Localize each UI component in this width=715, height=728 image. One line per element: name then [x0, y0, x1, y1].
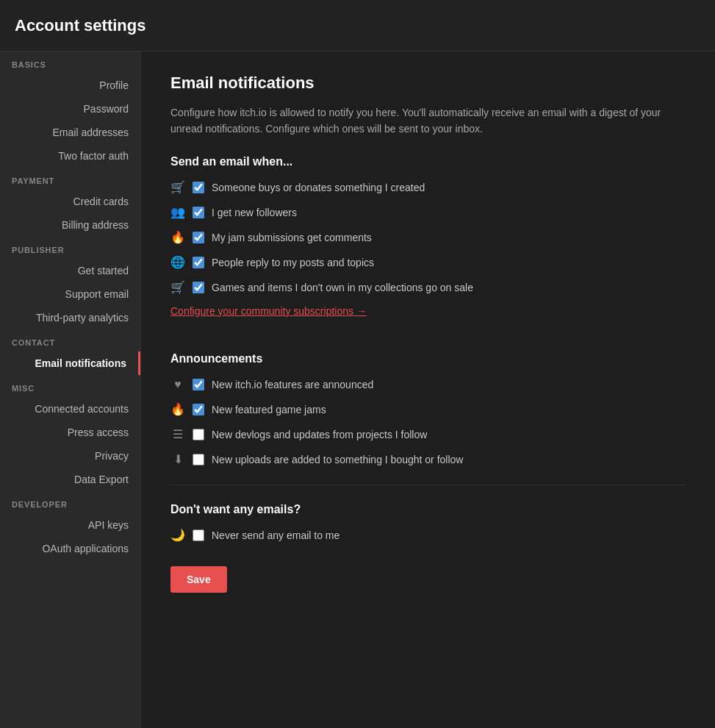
dont-want-list: 🌙Never send any email to me: [170, 528, 686, 543]
announcements-list: ♥New itch.io features are announced🔥New …: [170, 377, 686, 467]
save-button[interactable]: Save: [170, 566, 227, 593]
sidebar: BASICSProfilePasswordEmail addressesTwo …: [0, 51, 141, 728]
check-icon-new-uploads: ⬇: [170, 452, 185, 467]
check-label-replies: People reply to my posts and topics: [212, 257, 374, 268]
section-divider: [170, 485, 686, 485]
check-label-new-followers: I get new followers: [212, 207, 297, 218]
check-row-never-send: 🌙Never send any email to me: [170, 528, 686, 543]
check-row-new-features: ♥New itch.io features are announced: [170, 377, 686, 392]
sidebar-item-api-keys[interactable]: API keys: [0, 513, 140, 537]
page-description: Configure how itch.io is allowed to noti…: [170, 104, 685, 138]
sidebar-item-password[interactable]: Password: [0, 97, 140, 121]
sidebar-item-data-export[interactable]: Data Export: [0, 468, 140, 491]
check-icon-on-sale: 🛒: [170, 280, 185, 295]
check-icon-never-send: 🌙: [170, 528, 185, 543]
sidebar-item-get-started[interactable]: Get started: [0, 259, 140, 282]
checkbox-devlogs[interactable]: [193, 429, 204, 440]
checkbox-on-sale[interactable]: [193, 282, 204, 293]
send-when-list: 🛒Someone buys or donates something I cre…: [170, 180, 686, 295]
check-row-replies: 🌐People reply to my posts and topics: [170, 255, 686, 270]
sidebar-item-credit-cards[interactable]: Credit cards: [0, 190, 140, 213]
check-row-new-uploads: ⬇New uploads are added to something I bo…: [170, 452, 686, 467]
check-row-buys-donates: 🛒Someone buys or donates something I cre…: [170, 180, 686, 195]
check-icon-new-followers: 👥: [170, 205, 185, 220]
checkbox-new-followers[interactable]: [193, 207, 204, 218]
sidebar-item-email-notifications[interactable]: Email notifications: [0, 351, 140, 375]
check-icon-buys-donates: 🛒: [170, 180, 185, 195]
check-label-never-send: Never send any email to me: [212, 529, 339, 541]
sidebar-section-contact: CONTACT: [0, 329, 140, 351]
check-icon-featured-jams: 🔥: [170, 402, 185, 417]
check-icon-new-features: ♥: [170, 377, 185, 392]
check-label-new-features: New itch.io features are announced: [212, 379, 373, 390]
check-row-jam-comments: 🔥My jam submissions get comments: [170, 230, 686, 245]
checkbox-buys-donates[interactable]: [193, 182, 204, 193]
check-label-new-uploads: New uploads are added to something I bou…: [212, 454, 463, 465]
dont-want-title: Don't want any emails?: [170, 503, 686, 516]
check-icon-jam-comments: 🔥: [170, 230, 185, 245]
send-when-label: Send an email when...: [170, 155, 686, 168]
check-row-devlogs: ☰New devlogs and updates from projects I…: [170, 427, 686, 442]
check-icon-devlogs: ☰: [170, 427, 185, 442]
sidebar-item-support-email[interactable]: Support email: [0, 282, 140, 306]
check-label-on-sale: Games and items I don't own in my collec…: [212, 282, 473, 293]
announcements-title: Announcements: [170, 352, 686, 365]
page-title: Email notifications: [170, 74, 686, 93]
main-layout: BASICSProfilePasswordEmail addressesTwo …: [0, 51, 715, 728]
sidebar-item-profile[interactable]: Profile: [0, 74, 140, 97]
check-label-devlogs: New devlogs and updates from projects I …: [212, 429, 427, 440]
checkbox-new-features[interactable]: [193, 379, 204, 390]
checkbox-replies[interactable]: [193, 257, 204, 268]
community-subscriptions-link[interactable]: Configure your community subscriptions →: [170, 305, 367, 317]
checkbox-never-send[interactable]: [193, 529, 204, 541]
header: Account settings: [0, 0, 715, 51]
sidebar-section-payment: PAYMENT: [0, 168, 140, 190]
sidebar-item-third-party-analytics[interactable]: Third-party analytics: [0, 306, 140, 329]
check-label-buys-donates: Someone buys or donates something I crea…: [212, 182, 425, 193]
check-row-featured-jams: 🔥New featured game jams: [170, 402, 686, 417]
content-area: Email notifications Configure how itch.i…: [141, 51, 715, 728]
sidebar-item-connected-accounts[interactable]: Connected accounts: [0, 397, 140, 421]
check-row-on-sale: 🛒Games and items I don't own in my colle…: [170, 280, 686, 295]
sidebar-item-two-factor-auth[interactable]: Two factor auth: [0, 144, 140, 168]
checkbox-new-uploads[interactable]: [193, 454, 204, 465]
check-icon-replies: 🌐: [170, 255, 185, 270]
sidebar-section-publisher: PUBLISHER: [0, 237, 140, 259]
sidebar-item-privacy[interactable]: Privacy: [0, 444, 140, 468]
sidebar-item-oauth-applications[interactable]: OAuth applications: [0, 537, 140, 560]
check-label-jam-comments: My jam submissions get comments: [212, 232, 372, 243]
sidebar-section-misc: MISC: [0, 375, 140, 397]
page-header-title: Account settings: [15, 16, 145, 35]
sidebar-section-basics: BASICS: [0, 51, 140, 74]
check-row-new-followers: 👥I get new followers: [170, 205, 686, 220]
checkbox-jam-comments[interactable]: [193, 232, 204, 243]
check-label-featured-jams: New featured game jams: [212, 404, 326, 415]
sidebar-item-billing-address[interactable]: Billing address: [0, 213, 140, 237]
sidebar-item-press-access[interactable]: Press access: [0, 421, 140, 444]
sidebar-item-email-addresses[interactable]: Email addresses: [0, 121, 140, 144]
checkbox-featured-jams[interactable]: [193, 404, 204, 415]
sidebar-section-developer: DEVELOPER: [0, 491, 140, 513]
